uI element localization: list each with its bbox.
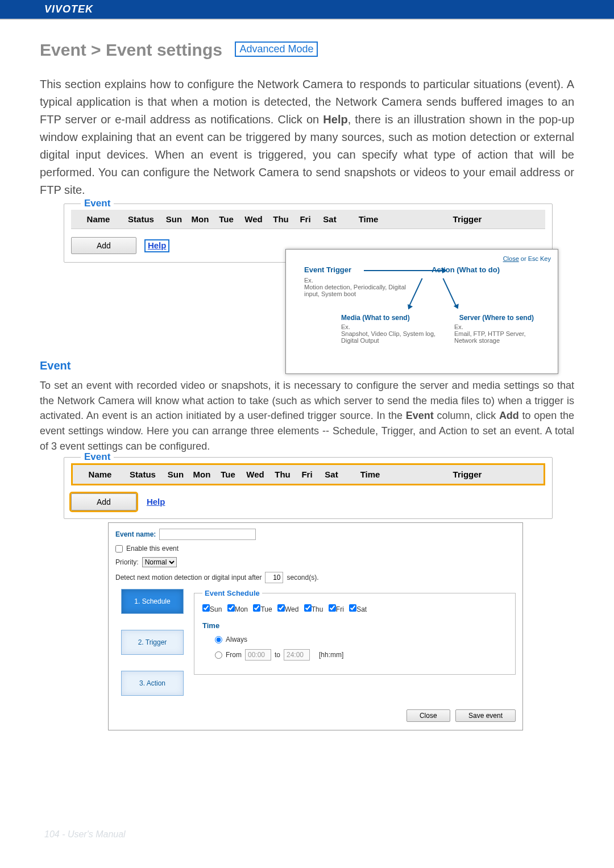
popup-diagram: Event Trigger Action (What to do) Ex. Mo… <box>293 265 551 362</box>
to-label: to <box>275 651 280 659</box>
th-time: Time <box>343 214 394 224</box>
th2-tue: Tue <box>215 470 241 479</box>
add-button-2[interactable]: Add <box>71 493 136 510</box>
th2-wed: Wed <box>241 470 269 479</box>
detect-label-pre: Detect next motion detection or digital … <box>115 574 262 582</box>
media-ex-text: Snapshot, Video Clip, System log, Digita… <box>341 330 435 344</box>
diagram-action-title: Action (What to do) <box>432 265 500 274</box>
from-radio-row: From to [hh:mm] <box>215 649 507 661</box>
always-radio[interactable] <box>215 636 222 643</box>
event-fieldset-2: Name Status Sun Mon Tue Wed Thu Fri Sat … <box>64 457 553 519</box>
time-label: Time <box>202 621 507 630</box>
th-wed: Wed <box>239 214 268 224</box>
th2-trigger: Trigger <box>396 470 539 479</box>
day-sun-checkbox[interactable] <box>202 604 210 612</box>
day-mon-label: Mon <box>235 605 248 613</box>
server-ex-text: Email, FTP, HTTP Server, Network storage <box>454 330 526 344</box>
detect-label-post: second(s). <box>287 574 318 582</box>
p2-text-2: column, click <box>434 410 499 421</box>
step-action[interactable]: 3. Action <box>121 671 184 696</box>
th-status: Status <box>121 214 161 224</box>
trigger-ex-label: Ex. <box>304 277 313 284</box>
th-sun: Sun <box>161 214 187 224</box>
day-sun-label: Sun <box>210 605 222 613</box>
from-radio[interactable] <box>215 651 222 659</box>
diagram-trigger-title: Event Trigger <box>304 265 351 274</box>
event-settings-panel: Event name: Enable this event Priority: … <box>108 522 523 730</box>
settings-button-row: Close Save event <box>115 709 516 722</box>
detect-row: Detect next motion detection or digital … <box>115 572 516 583</box>
always-radio-row: Always <box>215 636 507 643</box>
step-schedule[interactable]: 1. Schedule <box>121 589 184 614</box>
step-trigger[interactable]: 2. Trigger <box>121 630 184 655</box>
help-link[interactable]: Help <box>144 239 170 252</box>
add-button[interactable]: Add <box>71 237 136 254</box>
priority-select[interactable]: Normal <box>142 557 177 567</box>
event-legend-2: Event <box>81 451 114 463</box>
th2-fri: Fri <box>296 470 318 479</box>
detect-seconds-input[interactable] <box>265 572 283 583</box>
arrow-down-right-icon <box>442 278 457 307</box>
event-table-head-2: Name Status Sun Mon Tue Wed Thu Fri Sat … <box>71 463 545 485</box>
event-panel-1: Event Name Status Sun Mon Tue Wed Thu Fr… <box>64 203 553 263</box>
th2-sat: Sat <box>318 470 345 479</box>
hhmm-hint: [hh:mm] <box>319 651 343 659</box>
close-button[interactable]: Close <box>406 709 450 722</box>
event-section-paragraph: To set an event with recorded video or s… <box>40 378 574 454</box>
always-label: Always <box>226 636 247 643</box>
day-fri-checkbox[interactable] <box>329 604 336 612</box>
from-time-input[interactable] <box>245 649 271 661</box>
day-row: Sun Mon Tue Wed Thu Fri Sat <box>202 604 507 613</box>
from-label: From <box>226 651 242 659</box>
event-name-row: Event name: <box>115 529 516 540</box>
event-name-input[interactable] <box>159 529 256 540</box>
p2-add-word: Add <box>499 410 519 421</box>
event-table-head: Name Status Sun Mon Tue Wed Thu Fri Sat … <box>71 210 545 229</box>
th2-time: Time <box>345 470 396 479</box>
server-ex-label: Ex. <box>454 323 463 330</box>
day-tue-checkbox[interactable] <box>253 604 260 612</box>
day-sat-checkbox[interactable] <box>349 604 356 612</box>
header-brand: VIVOTEK <box>0 0 614 19</box>
popup-close-link[interactable]: Close <box>503 255 519 262</box>
day-tue-label: Tue <box>260 605 272 613</box>
day-sat-label: Sat <box>356 605 367 613</box>
diagram-server-title: Server (Where to send) <box>459 314 534 322</box>
diagram-server-example: Ex. Email, FTP, HTTP Server, Network sto… <box>454 323 540 344</box>
intro-help-word: Help <box>323 113 347 126</box>
day-wed-checkbox[interactable] <box>277 604 285 612</box>
page-footer: 104 - User's Manual <box>44 829 126 840</box>
intro-paragraph: This section explains how to configure t… <box>40 76 574 199</box>
th-trigger: Trigger <box>394 214 541 224</box>
diagram-media-example: Ex. Snapshot, Video Clip, System log, Di… <box>341 323 443 344</box>
enable-event-checkbox[interactable] <box>115 545 123 553</box>
save-event-button[interactable]: Save event <box>455 709 516 722</box>
th2-status: Status <box>123 470 163 479</box>
help-popup: Close or Esc Key Event Trigger Action (W… <box>285 249 558 374</box>
popup-close-row: Close or Esc Key <box>293 255 551 262</box>
day-mon-checkbox[interactable] <box>227 604 235 612</box>
popup-close-suffix: or Esc Key <box>519 255 551 262</box>
th-sat: Sat <box>317 214 343 224</box>
advanced-mode-badge: Advanced Mode <box>235 41 318 57</box>
enable-event-label: Enable this event <box>126 545 179 553</box>
page-title: Event > Event settings <box>40 40 222 60</box>
th2-sun: Sun <box>163 470 189 479</box>
day-wed-label: Wed <box>285 605 298 613</box>
day-thu-checkbox[interactable] <box>304 604 312 612</box>
th-name: Name <box>76 214 121 224</box>
th2-thu: Thu <box>269 470 296 479</box>
event-name-label: Event name: <box>115 530 156 538</box>
priority-label: Priority: <box>115 558 139 566</box>
help-link-2[interactable]: Help <box>144 497 168 508</box>
add-row-2: Add Help <box>71 493 545 510</box>
p2-event-word: Event <box>406 410 434 421</box>
event-legend: Event <box>81 198 114 209</box>
schedule-column: Event Schedule Sun Mon Tue Wed Thu Fri S… <box>194 589 516 696</box>
day-thu-label: Thu <box>312 605 323 613</box>
event-schedule-fieldset: Event Schedule Sun Mon Tue Wed Thu Fri S… <box>194 589 516 675</box>
to-time-input[interactable] <box>284 649 310 661</box>
th-thu: Thu <box>268 214 294 224</box>
steps-container: 1. Schedule 2. Trigger 3. Action Event S… <box>115 589 516 696</box>
event-panel-2: Event Name Status Sun Mon Tue Wed Thu Fr… <box>64 457 553 519</box>
